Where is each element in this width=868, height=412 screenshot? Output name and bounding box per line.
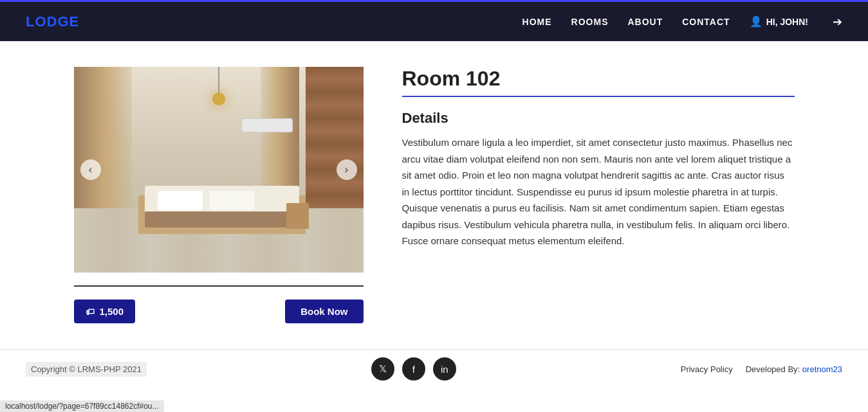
room-gallery: ‹ › 🏷 1,500 Book Now	[74, 67, 364, 323]
facebook-icon[interactable]: f	[402, 357, 425, 381]
carousel-next-button[interactable]: ›	[337, 159, 357, 180]
twitter-icon[interactable]: 𝕏	[371, 357, 394, 381]
carousel-prev-button[interactable]: ‹	[80, 159, 101, 180]
room-title-divider	[402, 96, 795, 97]
room-price: 1,500	[100, 306, 124, 317]
footer-copyright: Copyright © LRMS-PHP 2021	[26, 362, 147, 377]
nav-user[interactable]: 👤 HI, JOHN!	[750, 15, 808, 28]
pillow-2	[209, 191, 254, 210]
room-carousel: ‹ ›	[74, 67, 364, 273]
room-details-panel: Room 102 Details Vestibulum ornare ligul…	[402, 67, 795, 323]
pillow-1	[158, 191, 203, 210]
footer-devby-label: Developed By:	[746, 364, 800, 374]
nav-links: HOME ROOMS ABOUT CONTACT 👤 HI, JOHN! ➔	[522, 15, 842, 29]
nightstand	[286, 203, 309, 229]
linkedin-icon[interactable]: in	[433, 357, 456, 381]
navbar: LODGE HOME ROOMS ABOUT CONTACT 👤 HI, JOH…	[0, 0, 868, 41]
book-now-button[interactable]: Book Now	[285, 300, 363, 323]
logout-icon[interactable]: ➔	[833, 15, 842, 28]
footer-right: Privacy Policy Developed By: oretnom23	[681, 364, 842, 374]
bed-mattress	[145, 186, 299, 215]
footer: Copyright © LRMS-PHP 2021 𝕏 f in Privacy…	[0, 349, 868, 388]
price-badge: 🏷 1,500	[74, 300, 136, 323]
ceiling-light	[218, 67, 219, 105]
nav-about[interactable]: ABOUT	[627, 17, 663, 27]
gallery-divider	[74, 285, 364, 287]
room-image	[74, 67, 364, 273]
tag-icon: 🏷	[86, 307, 95, 317]
room-details-heading: Details	[402, 110, 795, 127]
footer-developed-by: Developed By: oretnom23	[746, 364, 842, 374]
room-title: Room 102	[402, 67, 795, 91]
room-description: Vestibulum ornare ligula a leo imperdiet…	[402, 134, 795, 249]
footer-privacy[interactable]: Privacy Policy	[681, 364, 733, 374]
nav-username: HI, JOHN!	[766, 17, 808, 27]
brand-logo[interactable]: LODGE	[26, 13, 79, 30]
room-actions: 🏷 1,500 Book Now	[74, 300, 364, 323]
footer-social: 𝕏 f in	[371, 357, 456, 381]
nav-contact[interactable]: CONTACT	[682, 17, 730, 27]
main-content: ‹ › 🏷 1,500 Book Now Room 102 Details Ve…	[48, 67, 820, 323]
footer-developer-link[interactable]: oretnom23	[802, 364, 842, 374]
nav-rooms[interactable]: ROOMS	[571, 17, 609, 27]
nav-home[interactable]: HOME	[522, 17, 552, 27]
user-icon: 👤	[750, 15, 762, 28]
bed	[145, 163, 299, 228]
ac-unit	[241, 118, 293, 132]
bed-base	[145, 211, 299, 228]
